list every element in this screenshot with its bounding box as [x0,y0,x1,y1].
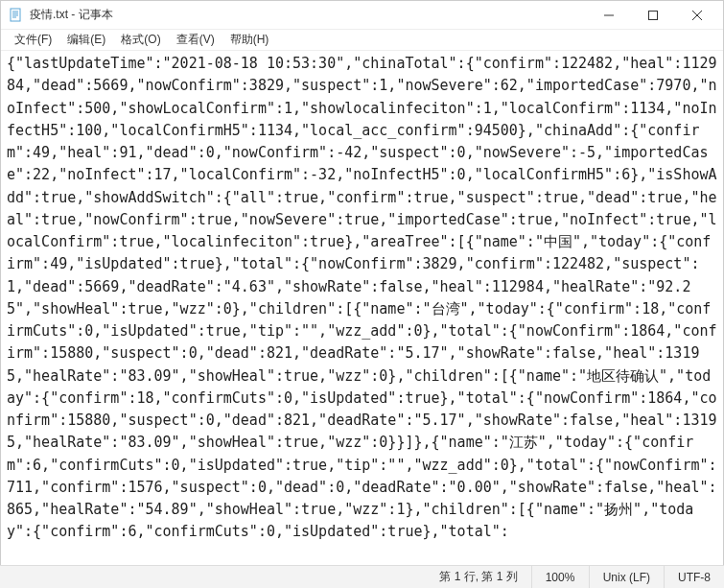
menubar: 文件(F) 编辑(E) 格式(O) 查看(V) 帮助(H) [1,30,723,51]
titlebar: 疫情.txt - 记事本 [1,1,723,30]
text-editor-content[interactable]: {"lastUpdateTime":"2021-08-18 10:53:30",… [1,51,723,562]
status-position: 第 1 行, 第 1 列 [426,566,530,588]
notepad-icon [9,8,24,23]
menu-help[interactable]: 帮助(H) [222,30,277,50]
window-controls [587,1,719,30]
menu-view[interactable]: 查看(V) [169,30,222,50]
minimize-button[interactable] [587,1,631,30]
maximize-button[interactable] [631,1,675,30]
menu-edit[interactable]: 编辑(E) [59,30,113,50]
menu-file[interactable]: 文件(F) [7,30,59,50]
statusbar: 第 1 行, 第 1 列 100% Unix (LF) UTF-8 [0,565,724,588]
close-button[interactable] [675,1,719,30]
svg-rect-6 [649,11,658,19]
status-encoding: UTF-8 [664,566,724,588]
status-line-ending: Unix (LF) [589,566,664,588]
menu-format[interactable]: 格式(O) [113,30,168,50]
window-title: 疫情.txt - 记事本 [30,7,587,23]
status-zoom: 100% [531,566,589,588]
